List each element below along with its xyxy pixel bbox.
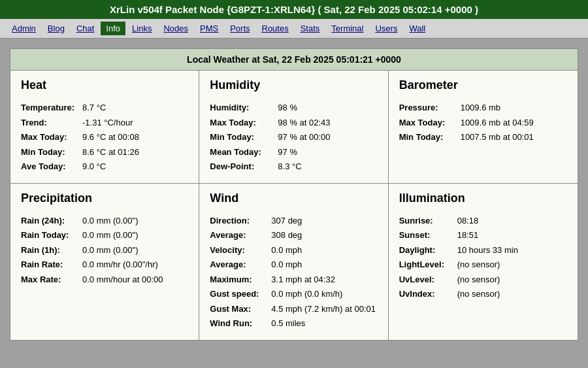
data-label: Min Today: <box>21 146 80 159</box>
data-value: (no sensor) <box>457 288 500 301</box>
data-label: Ave Today: <box>21 160 80 173</box>
data-row: Gust Max:4.5 mph (7.2 km/h) at 00:01 <box>210 303 377 316</box>
wind-data: Direction:307 degAverage:308 degVelocity… <box>210 214 377 330</box>
data-row: Maximum:3.1 mph at 04:32 <box>210 273 377 286</box>
heat-data: Temperature:8.7 °CTrend:-1.31 °C/hourMax… <box>21 101 188 173</box>
nav-item-links[interactable]: Links <box>127 22 157 35</box>
nav-item-admin[interactable]: Admin <box>7 22 41 35</box>
data-value: 97 % at 00:00 <box>278 131 330 144</box>
data-label: Min Today: <box>210 131 275 144</box>
data-value: 1007.5 mb at 00:01 <box>461 131 534 144</box>
data-value: 18:51 <box>457 229 479 242</box>
data-row: Rain (1h):0.0 mm (0.00") <box>21 244 188 257</box>
data-value: 1009.6 mb at 04:59 <box>461 116 534 129</box>
data-label: Daylight: <box>399 244 455 257</box>
data-row: Average:308 deg <box>210 229 377 242</box>
data-label: Sunrise: <box>399 214 455 227</box>
precipitation-section: Precipitation Rain (24h):0.0 mm (0.00")R… <box>10 184 199 340</box>
data-row: Sunset:18:51 <box>399 229 567 242</box>
data-label: Rain Today: <box>21 229 80 242</box>
heat-title: Heat <box>21 78 188 92</box>
page-header: XrLin v504f Packet Node {G8PZT-1:XRLN64}… <box>0 0 588 19</box>
data-label: Gust speed: <box>210 288 269 301</box>
data-label: Maximum: <box>210 273 269 286</box>
data-row: Humidity:98 % <box>210 101 377 114</box>
data-value: 9.6 °C at 00:08 <box>82 131 139 144</box>
data-value: 0.0 mph (0.0 km/h) <box>271 288 342 301</box>
data-value: 97 % <box>278 146 297 159</box>
data-value: 1009.6 mb <box>461 101 500 114</box>
data-label: Velocity: <box>210 244 269 257</box>
data-value: 0.0 mm (0.00") <box>82 229 139 242</box>
nav-item-nodes[interactable]: Nodes <box>158 22 193 35</box>
precipitation-data: Rain (24h):0.0 mm (0.00")Rain Today:0.0 … <box>21 214 188 286</box>
data-label: Mean Today: <box>210 146 275 159</box>
data-row: Max Today:1009.6 mb at 04:59 <box>399 116 567 129</box>
data-label: LightLevel: <box>399 258 455 271</box>
data-label: Average: <box>210 258 269 271</box>
data-label: Trend: <box>21 116 80 129</box>
nav-item-users[interactable]: Users <box>370 22 402 35</box>
nav-item-terminal[interactable]: Terminal <box>326 22 368 35</box>
data-label: Rain (24h): <box>21 214 80 227</box>
data-row: LightLevel:(no sensor) <box>399 258 567 271</box>
data-row: Rain Today:0.0 mm (0.00") <box>21 229 188 242</box>
data-row: Direction:307 deg <box>210 214 377 227</box>
data-row: Max Today:9.6 °C at 00:08 <box>21 131 188 144</box>
humidity-data: Humidity:98 %Max Today:98 % at 02:43Min … <box>210 101 377 173</box>
nav-item-stats[interactable]: Stats <box>295 22 325 35</box>
wind-section: Wind Direction:307 degAverage:308 degVel… <box>199 184 388 340</box>
data-value: 8.7 °C <box>82 101 106 114</box>
data-row: Rain (24h):0.0 mm (0.00") <box>21 214 188 227</box>
illumination-data: Sunrise:08:18Sunset:18:51Daylight:10 hou… <box>399 214 567 301</box>
humidity-section: Humidity Humidity:98 %Max Today:98 % at … <box>199 71 388 184</box>
nav-item-blog[interactable]: Blog <box>42 22 70 35</box>
data-value: 0.0 mm/hour at 00:00 <box>82 273 163 286</box>
data-value: 0.0 mph <box>271 244 302 257</box>
nav-item-routes[interactable]: Routes <box>257 22 294 35</box>
data-value: -1.31 °C/hour <box>82 116 133 129</box>
data-label: Pressure: <box>399 101 458 114</box>
data-value: 0.0 mm (0.00") <box>82 244 139 257</box>
data-value: 0.0 mm (0.00") <box>82 214 139 227</box>
wind-title: Wind <box>210 192 377 205</box>
illumination-title: Illumination <box>399 192 567 205</box>
barometer-data: Pressure:1009.6 mbMax Today:1009.6 mb at… <box>399 101 567 144</box>
nav-item-pms[interactable]: PMS <box>195 22 223 35</box>
data-label: Rain Rate: <box>21 258 80 271</box>
weather-header: Local Weather at Sat, 22 Feb 2025 05:01:… <box>10 49 578 71</box>
data-row: Sunrise:08:18 <box>399 214 567 227</box>
nav-item-ports[interactable]: Ports <box>225 22 255 35</box>
data-row: Max Today:98 % at 02:43 <box>210 116 377 129</box>
header-title: XrLin v504f Packet Node {G8PZT-1:XRLN64}… <box>110 4 478 15</box>
data-label: Dew-Point: <box>210 160 275 173</box>
weather-grid: Heat Temperature:8.7 °CTrend:-1.31 °C/ho… <box>10 71 578 340</box>
data-value: 9.0 °C <box>82 160 106 173</box>
nav-item-info[interactable]: Info <box>101 22 125 35</box>
data-label: Direction: <box>210 214 269 227</box>
data-value: 10 hours 33 min <box>457 244 518 257</box>
data-label: Sunset: <box>399 229 455 242</box>
data-row: Dew-Point:8.3 °C <box>210 160 377 173</box>
data-label: Max Rate: <box>21 273 80 286</box>
data-row: Average:0.0 mph <box>210 258 377 271</box>
precipitation-title: Precipitation <box>21 192 188 205</box>
nav-item-wall[interactable]: Wall <box>404 22 431 35</box>
navigation: AdminBlogChatInfoLinksNodesPMSPortsRoute… <box>0 19 588 39</box>
data-value: 0.0 mm/hr (0.00"/hr) <box>82 258 158 271</box>
data-row: Temperature:8.7 °C <box>21 101 188 114</box>
data-value: 98 % <box>278 101 297 114</box>
data-row: Min Today:1007.5 mb at 00:01 <box>399 131 567 144</box>
data-value: 4.5 mph (7.2 km/h) at 00:01 <box>271 303 376 316</box>
data-value: 98 % at 02:43 <box>278 116 330 129</box>
data-row: Min Today:97 % at 00:00 <box>210 131 377 144</box>
humidity-title: Humidity <box>210 78 377 92</box>
nav-item-chat[interactable]: Chat <box>71 22 99 35</box>
data-row: Wind Run:0.5 miles <box>210 317 377 330</box>
data-value: 308 deg <box>271 229 302 242</box>
data-row: Pressure:1009.6 mb <box>399 101 567 114</box>
data-row: Rain Rate:0.0 mm/hr (0.00"/hr) <box>21 258 188 271</box>
data-value: 08:18 <box>457 214 479 227</box>
data-row: UvIndex:(no sensor) <box>399 288 567 301</box>
data-label: Gust Max: <box>210 303 269 316</box>
